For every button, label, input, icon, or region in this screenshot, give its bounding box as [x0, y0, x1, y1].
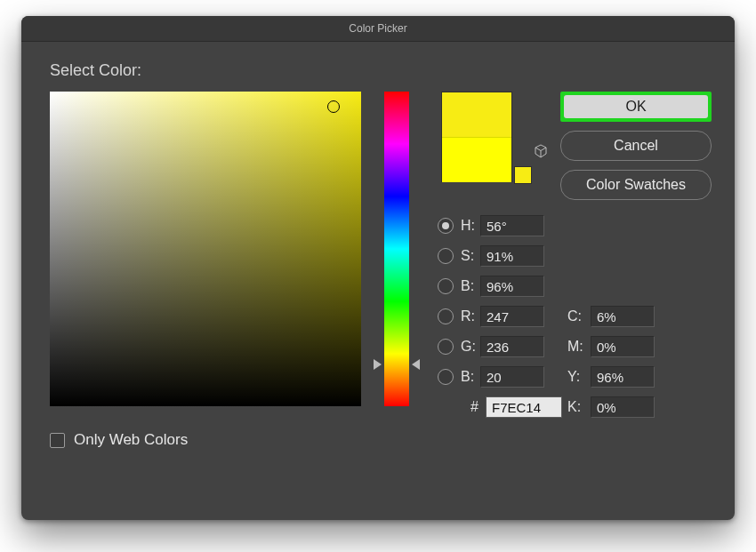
input-r[interactable] [480, 306, 544, 327]
hex-hash-label: # [438, 399, 486, 415]
current-color-swatch [442, 137, 511, 182]
input-h[interactable] [480, 215, 544, 236]
dialog-buttons: OK Cancel Color Swatches [560, 92, 712, 200]
radio-g[interactable] [438, 339, 454, 355]
window-title: Color Picker [349, 22, 406, 35]
label-g: G: [461, 339, 480, 355]
select-color-label: Select Color: [50, 61, 141, 80]
hsb-rgb-group: H: S: B: R: [438, 211, 562, 422]
ok-button-highlight: OK [560, 92, 712, 122]
input-hex[interactable] [486, 396, 562, 418]
color-picker-window: Color Picker Select Color: [21, 16, 735, 520]
radio-b-blue[interactable] [438, 369, 454, 385]
radio-b-brightness[interactable] [438, 278, 454, 294]
cmyk-group: C: M: Y: K: [567, 301, 655, 422]
label-s: S: [461, 248, 480, 264]
cube-icon [534, 144, 548, 158]
only-web-colors-checkbox[interactable]: Only Web Colors [50, 431, 188, 449]
label-b-blue: B: [461, 369, 480, 385]
label-k: K: [567, 399, 591, 415]
window-titlebar: Color Picker [21, 16, 735, 42]
saturation-brightness-field[interactable] [50, 92, 361, 406]
color-preview [441, 92, 512, 182]
last-used-swatch[interactable] [514, 166, 532, 184]
input-b-blue[interactable] [480, 366, 544, 388]
label-h: H: [461, 218, 480, 234]
new-color-swatch [442, 92, 511, 137]
label-m: M: [567, 339, 591, 355]
sb-cursor-icon [327, 100, 340, 113]
hue-handle-left-icon [374, 359, 382, 370]
cancel-button[interactable]: Cancel [560, 131, 712, 161]
input-m[interactable] [591, 336, 655, 357]
only-web-colors-label: Only Web Colors [74, 431, 188, 449]
label-r: R: [461, 308, 480, 324]
radio-h[interactable] [438, 218, 454, 234]
input-b-brightness[interactable] [480, 276, 544, 297]
input-g[interactable] [480, 336, 544, 357]
input-c[interactable] [591, 306, 655, 327]
input-s[interactable] [480, 245, 544, 267]
label-c: C: [567, 308, 591, 324]
ok-button[interactable]: OK [564, 95, 708, 118]
input-k[interactable] [591, 396, 655, 418]
label-y: Y: [567, 369, 591, 385]
label-b-brightness: B: [461, 278, 480, 294]
dialog-content: Select Color: [21, 42, 735, 100]
hue-slider[interactable] [384, 92, 409, 406]
input-y[interactable] [591, 366, 655, 388]
radio-s[interactable] [438, 248, 454, 264]
hue-handle-right-icon [412, 359, 420, 370]
checkbox-box-icon [50, 433, 65, 448]
radio-r[interactable] [438, 308, 454, 324]
color-swatches-button[interactable]: Color Swatches [560, 170, 712, 200]
